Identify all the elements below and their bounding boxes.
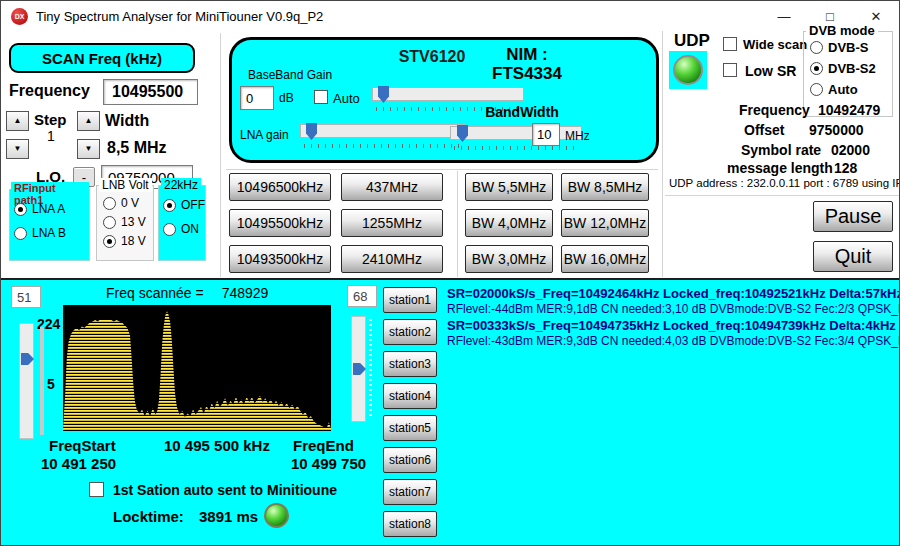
freq-preset-button[interactable]: 10495500kHz bbox=[229, 209, 331, 237]
auto-send-checkbox[interactable] bbox=[89, 482, 104, 497]
radio-dvb-s[interactable]: DVB-S bbox=[810, 40, 868, 55]
minimize-icon[interactable]: — bbox=[761, 1, 807, 31]
tuner-panel: STV6120 NIM : FTS4334 BaseBand Gain 0 dB… bbox=[229, 37, 659, 163]
right-level-slider[interactable] bbox=[351, 316, 366, 422]
radio-dvb-s2[interactable]: DVB-S2 bbox=[810, 61, 876, 76]
lnb-volt-group: LNB Volt 0 V 13 V 18 V bbox=[96, 185, 154, 261]
lnb-volt-group-title: LNB Volt bbox=[99, 178, 152, 192]
width-value: 8,5 MHz bbox=[107, 139, 167, 157]
status-line: SR=02000kS/s_Freq=10492464kHz Locked_fre… bbox=[447, 286, 900, 301]
spectrum-area bbox=[63, 311, 331, 431]
status-line: SR=00333kS/s_Freq=10494735kHz Locked_fre… bbox=[447, 318, 896, 333]
frequency-input[interactable]: 10495500 bbox=[103, 79, 198, 105]
step-down-button[interactable]: ▼ bbox=[6, 139, 29, 159]
udp-led-icon bbox=[673, 55, 703, 85]
radio-22khz-on[interactable]: ON bbox=[163, 222, 199, 236]
app-window: DX Tiny Spectrum Analyser for MiniTioune… bbox=[0, 0, 900, 546]
freq-preset-button[interactable]: 10493500kHz bbox=[229, 245, 331, 273]
wide-scan-checkbox[interactable] bbox=[723, 37, 737, 51]
info-frequency-label: Frequency bbox=[739, 102, 810, 118]
db-label: dB bbox=[279, 91, 294, 105]
auto-gain-label: Auto bbox=[333, 91, 360, 106]
bandwidth-slider[interactable] bbox=[450, 126, 582, 140]
up-arrow-icon: ▲ bbox=[14, 117, 22, 125]
lna-gain-slider[interactable] bbox=[300, 124, 466, 138]
slider-thumb[interactable] bbox=[306, 123, 317, 140]
nim-label: NIM : bbox=[442, 45, 612, 65]
slider-thumb[interactable] bbox=[378, 86, 389, 103]
info-offset-value: 9750000 bbox=[809, 122, 864, 138]
width-down-button[interactable]: ▼ bbox=[77, 139, 100, 159]
station-button[interactable]: station8 bbox=[383, 511, 437, 537]
scan-freq-button[interactable]: SCAN Freq (kHz) bbox=[9, 43, 195, 73]
radio-icon bbox=[163, 199, 176, 212]
freq-preset-button[interactable]: 10496500kHz bbox=[229, 173, 331, 201]
freq-start-label: FreqStart bbox=[49, 437, 116, 454]
band-preset-button[interactable]: 1255MHz bbox=[341, 209, 443, 237]
station-button[interactable]: station3 bbox=[383, 351, 437, 377]
radio-label: ON bbox=[181, 222, 199, 236]
baseband-gain-slider[interactable] bbox=[372, 87, 524, 101]
quit-button[interactable]: Quit bbox=[813, 241, 893, 272]
spectrum-plot bbox=[63, 305, 331, 431]
down-arrow-icon: ▼ bbox=[85, 145, 93, 153]
radio-13v[interactable]: 13 V bbox=[103, 215, 146, 229]
pause-button[interactable]: Pause bbox=[813, 201, 893, 232]
right-gain-input[interactable]: 68 bbox=[347, 285, 377, 307]
slider-thumb[interactable] bbox=[353, 363, 366, 375]
radio-icon bbox=[810, 41, 823, 54]
divider bbox=[220, 33, 221, 277]
radio-icon bbox=[14, 227, 27, 240]
center-freq-value: 10 495 500 kHz bbox=[164, 437, 270, 454]
station-button[interactable]: station6 bbox=[383, 447, 437, 473]
band-preset-button[interactable]: 437MHz bbox=[341, 173, 443, 201]
app-icon: DX bbox=[11, 8, 28, 25]
radio-label: LNA B bbox=[32, 226, 66, 240]
radio-icon bbox=[103, 235, 116, 248]
freq-scanned-value: 748929 bbox=[222, 285, 269, 301]
width-up-button[interactable]: ▲ bbox=[77, 111, 100, 131]
bw-preset-button[interactable]: BW 5,5MHz bbox=[465, 173, 553, 201]
tone-22khz-group-title: 22kHz bbox=[161, 178, 201, 192]
y-min-label: 5 bbox=[47, 376, 55, 392]
bandwidth-input[interactable]: 10 bbox=[532, 123, 560, 146]
divider bbox=[665, 195, 899, 196]
step-label: Step bbox=[34, 111, 67, 128]
station-button[interactable]: station2 bbox=[383, 319, 437, 345]
radio-label: OFF bbox=[181, 198, 205, 212]
radio-18v[interactable]: 18 V bbox=[103, 234, 146, 248]
slider-thumb[interactable] bbox=[457, 125, 468, 142]
radio-lna-a[interactable]: LNA A bbox=[14, 202, 65, 216]
radio-label: 18 V bbox=[121, 234, 146, 248]
radio-22khz-off[interactable]: OFF bbox=[163, 198, 205, 212]
freq-end-value: 10 499 750 bbox=[291, 455, 366, 472]
auto-gain-checkbox[interactable] bbox=[314, 90, 328, 104]
bw-preset-button[interactable]: BW 16,0MHz bbox=[561, 245, 649, 273]
station-button[interactable]: station5 bbox=[383, 415, 437, 441]
bw-preset-button[interactable]: BW 3,0MHz bbox=[465, 245, 553, 273]
slider-thumb[interactable] bbox=[21, 353, 34, 365]
radio-dvb-auto[interactable]: Auto bbox=[810, 82, 858, 97]
bw-preset-button[interactable]: BW 12,0MHz bbox=[561, 209, 649, 237]
station-button[interactable]: station1 bbox=[383, 287, 437, 313]
frequency-label: Frequency bbox=[9, 82, 90, 100]
bw-preset-button[interactable]: BW 8,5MHz bbox=[561, 173, 649, 201]
auto-send-label: 1st Sation auto sent to Minitioune bbox=[113, 482, 337, 498]
radio-lna-b[interactable]: LNA B bbox=[14, 226, 66, 240]
left-level-slider[interactable] bbox=[19, 323, 34, 439]
bw-preset-button[interactable]: BW 4,0MHz bbox=[465, 209, 553, 237]
freq-end-label: FreqEnd bbox=[293, 437, 354, 454]
info-offset-label: Offset bbox=[744, 122, 784, 138]
baseband-gain-input[interactable]: 0 bbox=[240, 86, 274, 110]
band-preset-button[interactable]: 2410MHz bbox=[341, 245, 443, 273]
rf-input-group: RFinput path1 LNA A LNA B bbox=[9, 189, 90, 261]
radio-0v[interactable]: 0 V bbox=[103, 196, 139, 210]
bandwidth-label: BandWidth bbox=[462, 104, 582, 120]
station-button[interactable]: station4 bbox=[383, 383, 437, 409]
station-button[interactable]: station7 bbox=[383, 479, 437, 505]
low-sr-checkbox[interactable] bbox=[723, 63, 737, 77]
status-line: RFlevel:-44dBm MER:9,1dB CN needed:3,10 … bbox=[447, 302, 900, 316]
left-gain-input[interactable]: 51 bbox=[11, 286, 41, 308]
step-up-button[interactable]: ▲ bbox=[6, 111, 29, 131]
window-title: Tiny Spectrum Analyser for MiniTiouner V… bbox=[36, 9, 323, 24]
